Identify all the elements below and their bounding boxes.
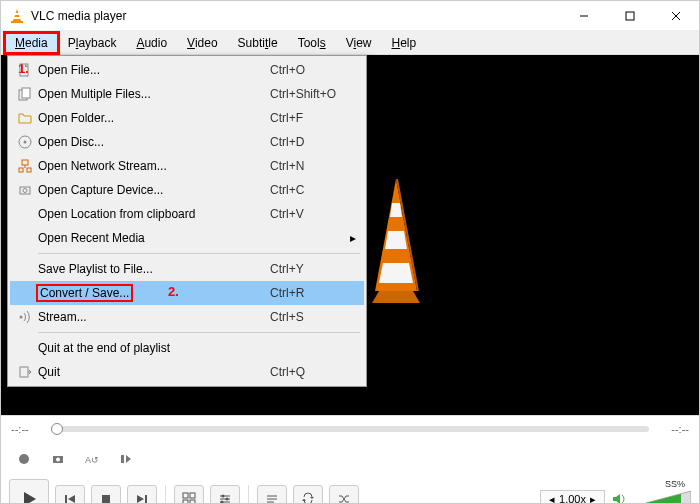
extended-settings-button[interactable]	[210, 485, 240, 504]
svg-rect-42	[183, 500, 188, 504]
menu-subtitle[interactable]: Subtitle	[228, 33, 288, 53]
svg-marker-11	[390, 203, 402, 217]
menu-media[interactable]: Media	[5, 33, 58, 53]
menu-open-recent[interactable]: Open Recent Media ▸	[10, 226, 364, 250]
menu-open-folder[interactable]: Open Folder... Ctrl+F	[10, 106, 364, 130]
play-button[interactable]	[9, 479, 49, 504]
menu-open-multiple[interactable]: Open Multiple Files... Ctrl+Shift+O	[10, 82, 364, 106]
fullscreen-button[interactable]	[174, 485, 204, 504]
menu-save-playlist[interactable]: Save Playlist to File... Ctrl+Y	[10, 257, 364, 281]
menu-playback[interactable]: Playback	[58, 33, 127, 53]
svg-marker-38	[137, 495, 144, 503]
svg-point-25	[20, 316, 23, 319]
seek-bar: --:-- --:--	[1, 415, 699, 441]
volume-control[interactable]: SS%	[611, 489, 691, 504]
file-icon	[14, 63, 36, 77]
svg-rect-5	[626, 12, 634, 20]
speaker-icon[interactable]	[611, 491, 627, 504]
menu-help[interactable]: Help	[381, 33, 426, 53]
svg-point-18	[24, 141, 27, 144]
quit-icon	[14, 365, 36, 379]
svg-marker-53	[310, 497, 314, 499]
svg-rect-16	[22, 88, 30, 98]
next-button[interactable]	[127, 485, 157, 504]
svg-rect-41	[190, 493, 195, 498]
svg-point-48	[226, 498, 229, 501]
svg-marker-36	[68, 495, 75, 503]
seek-thumb[interactable]	[51, 423, 63, 435]
svg-point-24	[23, 189, 27, 193]
minimize-button[interactable]	[561, 1, 607, 31]
stream-icon	[14, 310, 36, 324]
folder-icon	[14, 111, 36, 125]
maximize-button[interactable]	[607, 1, 653, 31]
files-icon	[14, 87, 36, 101]
seek-track[interactable]	[51, 426, 649, 432]
menu-quit-end[interactable]: Quit at the end of playlist	[10, 336, 364, 360]
divider	[165, 485, 166, 504]
menu-audio[interactable]: Audio	[126, 33, 177, 53]
close-button[interactable]	[653, 1, 699, 31]
stop-button[interactable]	[91, 485, 121, 504]
menu-separator	[38, 332, 360, 333]
svg-marker-33	[126, 455, 131, 463]
speed-down-icon[interactable]: ◂	[549, 493, 555, 505]
menu-convert-save[interactable]: Convert / Save... 2. Ctrl+R	[10, 281, 364, 305]
divider	[248, 485, 249, 504]
loop-button[interactable]	[293, 485, 323, 504]
svg-rect-32	[121, 455, 124, 463]
controls-bar: A↺B ◂ 1.00x ▸ SS%	[1, 441, 699, 497]
svg-rect-21	[19, 168, 23, 172]
svg-rect-2	[15, 13, 19, 15]
playlist-button[interactable]	[257, 485, 287, 504]
menu-open-capture[interactable]: Open Capture Device... Ctrl+C	[10, 178, 364, 202]
frame-step-button[interactable]	[111, 445, 141, 473]
svg-point-47	[222, 495, 225, 498]
svg-marker-55	[613, 494, 620, 504]
annotation-2: 2.	[168, 284, 179, 299]
volume-slider[interactable]: SS%	[631, 489, 691, 504]
svg-rect-3	[14, 17, 20, 19]
svg-marker-8	[372, 291, 420, 303]
svg-rect-19	[22, 160, 28, 165]
svg-rect-37	[102, 495, 110, 503]
svg-rect-1	[11, 21, 23, 23]
volume-percent: SS%	[665, 479, 685, 489]
speed-value: 1.00x	[559, 493, 586, 504]
window-buttons	[561, 1, 699, 30]
menubar: Media Playback Audio Video Subtitle Tool…	[1, 31, 699, 55]
svg-marker-54	[302, 499, 306, 501]
ab-loop-button[interactable]: A↺B	[77, 445, 107, 473]
snapshot-button[interactable]	[43, 445, 73, 473]
media-dropdown: 1. Open File... Ctrl+O Open Multiple Fil…	[7, 55, 367, 387]
svg-point-30	[56, 458, 60, 462]
menu-open-network[interactable]: Open Network Stream... Ctrl+N	[10, 154, 364, 178]
svg-marker-34	[24, 492, 36, 504]
capture-icon	[14, 183, 36, 197]
menu-view[interactable]: View	[336, 33, 382, 53]
menu-stream[interactable]: Stream... Ctrl+S	[10, 305, 364, 329]
menu-open-disc[interactable]: Open Disc... Ctrl+D	[10, 130, 364, 154]
svg-marker-12	[385, 231, 407, 249]
window-title: VLC media player	[31, 9, 561, 23]
menu-open-file[interactable]: Open File... Ctrl+O	[10, 58, 364, 82]
network-icon	[14, 159, 36, 173]
menu-tools[interactable]: Tools	[288, 33, 336, 53]
menu-open-clipboard[interactable]: Open Location from clipboard Ctrl+V	[10, 202, 364, 226]
time-elapsed: --:--	[11, 423, 43, 435]
time-total: --:--	[657, 423, 689, 435]
menu-video[interactable]: Video	[177, 33, 227, 53]
speed-up-icon[interactable]: ▸	[590, 493, 596, 505]
svg-rect-26	[20, 367, 28, 377]
speed-indicator[interactable]: ◂ 1.00x ▸	[540, 490, 605, 505]
svg-point-28	[19, 454, 29, 464]
svg-rect-40	[183, 493, 188, 498]
titlebar: VLC media player	[1, 1, 699, 31]
svg-point-49	[221, 501, 224, 504]
vlc-cone-icon	[9, 8, 25, 24]
prev-button[interactable]	[55, 485, 85, 504]
record-button[interactable]	[9, 445, 39, 473]
svg-rect-35	[65, 495, 67, 503]
menu-quit[interactable]: Quit Ctrl+Q	[10, 360, 364, 384]
shuffle-button[interactable]	[329, 485, 359, 504]
